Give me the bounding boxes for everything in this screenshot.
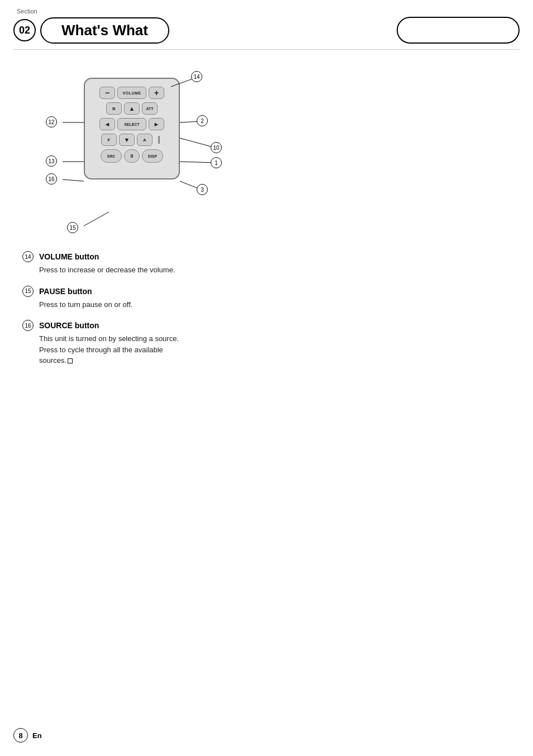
a-button: A xyxy=(137,134,153,146)
desc-text-15: Press to turn pause on or off. xyxy=(39,299,511,310)
pause-button: II xyxy=(124,149,140,163)
vol-label-button: VOLUME xyxy=(117,87,146,99)
desc-title-14: VOLUME button xyxy=(39,252,99,261)
src-button: SRC xyxy=(101,149,122,163)
section-label: Section xyxy=(17,8,37,15)
svg-line-7 xyxy=(63,179,84,181)
svg-line-2 xyxy=(180,138,215,148)
descriptions-section: 14 VOLUME button Press to increase or de… xyxy=(0,245,533,366)
svg-line-3 xyxy=(180,162,215,163)
b-button: B xyxy=(106,102,122,115)
callout-1: 1 xyxy=(211,157,222,168)
source-icon xyxy=(68,358,73,363)
desc-item-14: 14 VOLUME button Press to increase or de… xyxy=(22,251,511,276)
callout-3: 3 xyxy=(197,184,208,195)
remote-body: − VOLUME + B ▲ ATT ◄ SELECT ► F ▼ A xyxy=(84,78,180,179)
callout-14: 14 xyxy=(191,71,202,82)
disp-button: DISP xyxy=(142,149,163,163)
lines-indicator xyxy=(155,134,163,146)
callout-2: 2 xyxy=(197,115,208,126)
vol-plus-button: + xyxy=(149,87,164,99)
desc-num-14: 14 xyxy=(22,251,34,262)
desc-text-14: Press to increase or decrease the volume… xyxy=(39,264,511,276)
up-button: ▲ xyxy=(124,102,140,115)
page-title: What's What xyxy=(61,22,148,39)
footer: 8 En xyxy=(13,728,42,743)
select-button: SELECT xyxy=(117,118,146,130)
callout-12: 12 xyxy=(46,116,57,127)
language-label: En xyxy=(32,731,42,740)
down-button: ▼ xyxy=(119,134,135,146)
right-button: ► xyxy=(149,118,164,130)
section-number: 02 xyxy=(13,19,36,41)
desc-num-15: 15 xyxy=(22,286,34,297)
desc-title-15: PAUSE button xyxy=(39,287,92,296)
desc-item-15: 15 PAUSE button Press to turn pause on o… xyxy=(22,286,511,310)
desc-num-16: 16 xyxy=(22,320,34,331)
callout-13: 13 xyxy=(46,155,57,167)
callout-16: 16 xyxy=(46,173,57,185)
svg-line-8 xyxy=(84,212,109,226)
title-pill: What's What xyxy=(40,17,169,44)
desc-title-16: SOURCE button xyxy=(39,321,99,330)
desc-text-16: This unit is turned on by selecting a so… xyxy=(39,333,511,366)
left-button: ◄ xyxy=(99,118,115,130)
callout-15: 15 xyxy=(67,222,78,233)
att-button: ATT xyxy=(142,102,158,115)
callout-10: 10 xyxy=(211,142,222,153)
page-number: 8 xyxy=(13,728,28,743)
right-pill xyxy=(397,17,520,44)
f-button: F xyxy=(101,134,117,146)
vol-minus-button: − xyxy=(99,87,115,99)
desc-item-16: 16 SOURCE button This unit is turned on … xyxy=(22,320,511,366)
